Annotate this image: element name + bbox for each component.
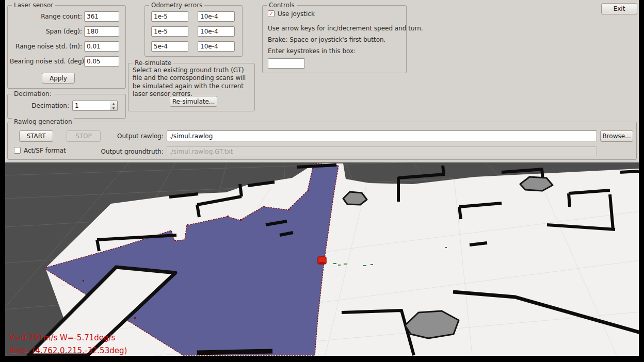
laser-sensor-title: Laser sensor [12,2,55,9]
controls-group: Controls ✓ Use joystick Use arrow keys f… [262,5,407,73]
exit-button[interactable]: Exit [601,3,637,14]
bearing-noise-input[interactable] [84,56,119,67]
span-input[interactable] [84,26,119,37]
controls-line3: Enter keystrokes in this box: [268,47,356,55]
resimulate-button[interactable]: Re-simulate... [170,96,217,107]
decimation-group-title: Decimation: [12,90,54,97]
controls-line1: Use arrow keys for inc/decrement speed a… [268,25,423,32]
output-groundtruth-label: Output groundtruth: [101,148,164,155]
range-count-label: Range count: [10,13,82,20]
range-count-input[interactable] [84,11,119,22]
output-rawlog-input[interactable] [167,130,597,141]
start-button[interactable]: START [19,130,53,142]
odometry-input-r0-left[interactable] [151,11,188,22]
use-joystick-label: Use joystick [278,10,315,18]
resimulate-description: Select an existing ground truth (GT) fil… [133,67,250,98]
apply-button[interactable]: Apply [42,73,75,84]
simulation-3d-viewport[interactable]: V=0.291m/s W=-5.71deg/s Pose: (4.762,0.2… [5,162,639,356]
decimation-group: Decimation: Decimation: ▲ ▼ [7,94,126,119]
output-groundtruth-input [167,146,597,156]
laser-sensor-group: Laser sensor Range count: Span (deg): Ra… [7,5,126,89]
actsf-checkbox[interactable] [14,147,21,154]
range-noise-label: Range noise std. (m): [10,43,82,50]
span-label: Span (deg): [10,28,82,35]
resimulate-title: Re-simulate [133,59,173,67]
app-window: Laser sensor Range count: Span (deg): Ra… [5,0,639,356]
range-noise-input[interactable] [84,41,119,52]
check-icon: ✓ [269,10,273,17]
spinner-up-icon[interactable]: ▲ [110,101,117,106]
settings-panel: Laser sensor Range count: Span (deg): Ra… [5,0,639,162]
controls-title: Controls [267,2,297,9]
decimation-stepper[interactable]: ▲ ▼ [110,101,118,111]
bearing-noise-label: Bearing noise std. (deg): [10,58,82,65]
screen: { "window": { "exit_label": "Exit" }, "l… [0,0,644,362]
odometry-input-r1-left[interactable] [151,26,188,37]
scene-canvas [5,162,639,356]
odometry-input-r1-right[interactable] [198,26,235,37]
odometry-input-r2-right[interactable] [198,41,235,52]
keystroke-input[interactable] [268,58,305,69]
rawlog-generation-group: Rawlog generation START STOP Output rawl… [7,122,637,160]
rawlog-generation-title: Rawlog generation [12,118,74,125]
odometry-input-r2-left[interactable] [151,41,188,52]
odometry-errors-title: Odometry errors [149,2,204,9]
decimation-input[interactable] [72,101,110,111]
use-joystick-checkbox[interactable]: ✓ [268,10,275,17]
velocity-status-text: V=0.291m/s W=-5.71deg/s [9,333,115,342]
decimation-label: Decimation: [10,102,69,109]
browse-button[interactable]: Browse... [600,130,633,142]
odometry-input-r0-right[interactable] [198,11,235,22]
odometry-errors-group: Odometry errors [144,5,243,57]
spinner-down-icon[interactable]: ▼ [110,106,117,110]
robot-marker [318,257,326,264]
output-rawlog-label: Output rawlog: [101,133,164,140]
actsf-label: Act/SF format [24,147,66,154]
resimulate-group: Re-simulate Select an existing ground tr… [128,63,255,111]
stop-button[interactable]: STOP [67,130,101,142]
controls-line2: Brake: Space or joystick's first button. [268,36,385,43]
pose-status-text: Pose: (4.762,0.215,-32.53deg) [9,346,127,355]
